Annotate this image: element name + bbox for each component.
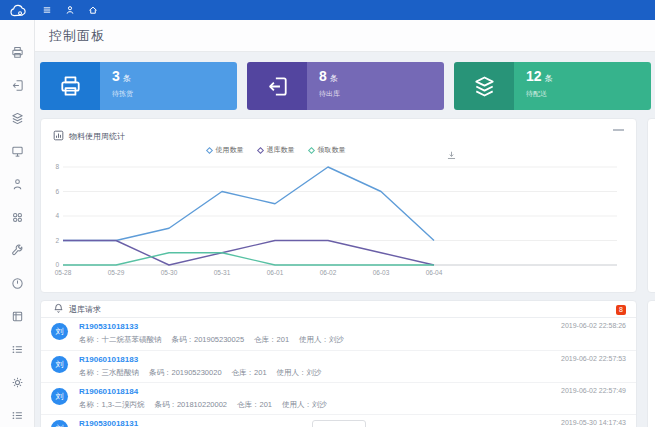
series-line-退库数量 <box>63 241 434 266</box>
detail-field-user: 使用人：刘沙 <box>277 368 322 377</box>
request-detail: 名称：十二烷基苯磺酸钠条码：201905230025仓库：201使用人：刘沙 <box>79 335 354 345</box>
layers-icon <box>454 62 514 110</box>
load-more-button[interactable] <box>312 420 366 427</box>
avatar: 刘 <box>51 420 68 427</box>
detail-field-barcode: 条码：201905230020 <box>149 368 222 377</box>
sidebar-item-gear[interactable] <box>0 367 35 400</box>
printer-icon <box>40 62 100 110</box>
y-tick-label: 4 <box>55 212 59 219</box>
series-line-使用数量 <box>63 167 434 241</box>
wrench-icon <box>11 243 24 261</box>
request-timestamp: 2019-06-02 22:57:53 <box>561 355 626 362</box>
request-id-link[interactable]: R190530018131 <box>79 419 138 427</box>
stat-unit: 条 <box>123 74 131 83</box>
stat-card-待出库[interactable]: 8条待出库 <box>247 62 444 110</box>
legend-marker-icon <box>307 146 314 153</box>
x-tick-label: 06-01 <box>267 269 284 276</box>
list-alt-icon <box>11 408 24 426</box>
sidebar-item-printer[interactable] <box>0 37 35 70</box>
request-list-item[interactable]: 刘R190601018183名称：三水醋酸钠条码：201905230020仓库：… <box>41 350 636 382</box>
x-tick-label: 06-03 <box>373 269 390 276</box>
request-id-link[interactable]: R190531018133 <box>79 322 138 331</box>
request-detail: 名称：三水醋酸钠条码：201905230020仓库：201使用人：刘沙 <box>79 368 332 378</box>
request-timestamp: 2019-06-02 22:57:49 <box>561 387 626 394</box>
request-timestamp: 2019-06-02 22:58:26 <box>561 322 626 329</box>
printer-icon <box>11 45 24 63</box>
user-icon[interactable] <box>63 3 77 17</box>
legend-marker-icon <box>205 146 212 153</box>
sidebar-item-monitor[interactable] <box>0 136 35 169</box>
page-title: 控制面板 <box>49 27 105 45</box>
sidebar-item-list[interactable] <box>0 334 35 367</box>
x-tick-label: 05-29 <box>108 269 125 276</box>
stat-label: 待配送 <box>526 89 651 99</box>
legend-marker-icon <box>256 146 263 153</box>
sidebar-item-grid[interactable] <box>0 202 35 235</box>
line-chart: 0246805-2805-2905-3005-3106-0106-0206-03… <box>47 161 632 289</box>
detail-field-barcode: 条码：201810220002 <box>154 400 227 409</box>
sidebar-item-exit[interactable] <box>0 70 35 103</box>
legend-item-使用数量[interactable]: 使用数量 <box>207 145 244 155</box>
stat-count: 3条 <box>112 69 237 86</box>
sidebar-item-list-alt[interactable] <box>0 400 35 427</box>
exit-icon <box>11 78 24 96</box>
sidebar-item-person[interactable] <box>0 169 35 202</box>
legend-item-退库数量[interactable]: 退库数量 <box>258 145 295 155</box>
x-tick-label: 05-28 <box>55 269 72 276</box>
y-tick-label: 2 <box>55 237 59 244</box>
bar-chart-icon <box>53 127 64 145</box>
clock-icon <box>11 276 24 294</box>
x-tick-label: 06-04 <box>426 269 443 276</box>
top-bar <box>0 0 655 20</box>
avatar: 刘 <box>51 323 68 340</box>
collapse-icon[interactable] <box>613 129 624 131</box>
request-list-item[interactable]: 刘R190601018184名称：1,3-二溴丙烷条码：201810220002… <box>41 382 636 414</box>
exit-icon <box>247 62 307 110</box>
stat-card-待配送[interactable]: 12条待配送 <box>454 62 651 110</box>
legend-item-领取数量[interactable]: 领取数量 <box>309 145 346 155</box>
legend-label: 退库数量 <box>267 145 295 155</box>
list-icon <box>11 342 24 360</box>
request-detail: 名称：1,3-二溴丙烷条码：201810220002仓库：201使用人：刘沙 <box>79 400 337 410</box>
cropped-right-panel-upper <box>647 118 655 293</box>
request-id-link[interactable]: R190601018184 <box>79 387 138 396</box>
detail-field-user: 使用人：刘沙 <box>282 400 327 409</box>
detail-field-name: 名称：三水醋酸钠 <box>79 368 139 377</box>
stat-card-body: 3条待拣货 <box>100 62 237 110</box>
x-tick-label: 05-31 <box>214 269 231 276</box>
detail-field-warehouse: 仓库：201 <box>232 368 267 377</box>
menu-icon[interactable] <box>40 3 54 17</box>
request-list-item[interactable]: 刘R190531018133名称：十二烷基苯磺酸钠条码：201905230025… <box>41 318 636 350</box>
stat-count: 12条 <box>526 69 651 86</box>
y-tick-label: 0 <box>55 261 59 268</box>
stat-card-body: 12条待配送 <box>514 62 651 110</box>
dashboard-page: 控制面板 3条待拣货8条待出库12条待配送 物料使用周统计 使用数量退库数量领取… <box>0 0 655 427</box>
requests-list: 刘R190531018133名称：十二烷基苯磺酸钠条码：201905230025… <box>41 318 636 427</box>
avatar: 刘 <box>51 356 68 373</box>
app-logo-cloud-icon[interactable] <box>0 0 34 20</box>
stat-cards-row: 3条待拣货8条待出库12条待配送 <box>40 62 655 110</box>
detail-field-name: 名称：1,3-二溴丙烷 <box>79 400 144 409</box>
sidebar-item-archive[interactable] <box>0 301 35 334</box>
cropped-right-panel-lower <box>647 300 655 427</box>
home-icon[interactable] <box>86 3 100 17</box>
detail-field-warehouse: 仓库：201 <box>254 335 289 344</box>
stat-unit: 条 <box>330 74 338 83</box>
detail-field-warehouse: 仓库：201 <box>237 400 272 409</box>
stat-card-body: 8条待出库 <box>307 62 444 110</box>
chart-title: 物料使用周统计 <box>69 131 125 142</box>
sidebar-item-wrench[interactable] <box>0 235 35 268</box>
detail-field-user: 使用人：刘沙 <box>299 335 344 344</box>
chart-legend: 使用数量退库数量领取数量 <box>41 145 511 155</box>
series-line-领取数量 <box>63 253 434 265</box>
request-id-link[interactable]: R190601018183 <box>79 355 138 364</box>
archive-icon <box>11 309 24 327</box>
left-sidebar <box>0 20 35 427</box>
detail-field-name: 名称：十二烷基苯磺酸钠 <box>79 335 162 344</box>
sidebar-item-layers[interactable] <box>0 103 35 136</box>
download-image-icon[interactable] <box>446 147 458 159</box>
sidebar-item-clock[interactable] <box>0 268 35 301</box>
avatar: 刘 <box>51 388 68 405</box>
stat-label: 待拣货 <box>112 89 237 99</box>
stat-card-待拣货[interactable]: 3条待拣货 <box>40 62 237 110</box>
